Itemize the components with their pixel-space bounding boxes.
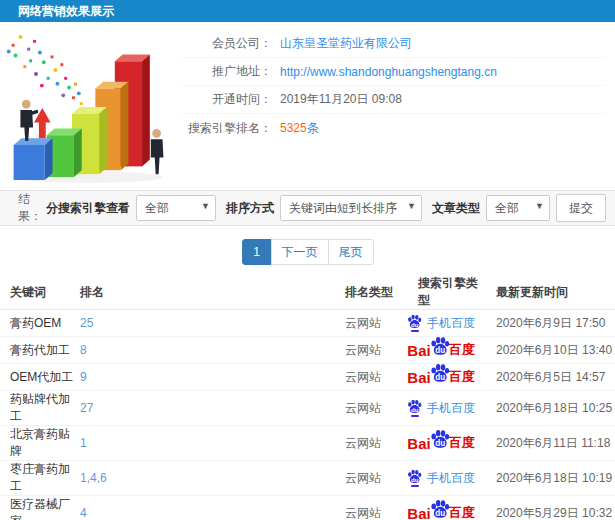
header-rank: 排名 — [80, 275, 330, 310]
cell-updated: 2020年6月10日 13:40 — [482, 337, 615, 364]
info-row-opened: 开通时间： 2019年11月20日 09:08 — [180, 86, 605, 114]
cell-updated: 2020年5月29日 10:32 — [482, 496, 615, 520]
cell-rank-type: 云网站 — [330, 391, 400, 426]
cell-rank[interactable]: 4 — [80, 496, 330, 520]
baidu-paw-icon: du — [407, 314, 422, 332]
cell-engine: Baidu百度 — [400, 426, 482, 461]
cell-keyword: 膏药OEM — [0, 310, 80, 337]
cell-engine: du手机百度 — [400, 461, 482, 496]
info-row-url: 推广地址： http://www.shandonghuangshengtang.… — [180, 58, 605, 86]
title-bar: 网络营销效果展示 — [0, 0, 615, 22]
svg-text:du: du — [435, 373, 445, 382]
article-type-select[interactable]: 全部 — [486, 195, 550, 221]
pagination: 1 下一页 尾页 — [0, 239, 615, 265]
baidu-logo: Baidu百度 — [407, 503, 474, 520]
bar-1 — [14, 138, 53, 180]
engine-filter-select[interactable]: 全部 — [136, 195, 216, 221]
open-time-value: 2019年11月20日 09:08 — [280, 91, 402, 108]
sort-filter-label: 排序方式 — [226, 200, 274, 217]
cell-rank[interactable]: 1 — [80, 426, 330, 461]
cell-keyword: 医疗器械厂家 — [0, 496, 80, 520]
cell-rank[interactable]: 9 — [80, 364, 330, 391]
cell-rank-type: 云网站 — [330, 496, 400, 520]
baidu-logo: Baidu百度 — [407, 367, 474, 387]
rank-count-label: 搜索引擎排名： — [180, 120, 272, 137]
header-keyword: 关键词 — [0, 275, 80, 310]
table-row: 膏药代加工 8 云网站 Baidu百度 2020年6月10日 13:40 — [0, 337, 615, 364]
table-row: 药贴牌代加工 27 云网站 du手机百度 2020年6月18日 10:25 — [0, 391, 615, 426]
cell-rank[interactable]: 8 — [80, 337, 330, 364]
company-name-link[interactable]: 山东皇圣堂药业有限公司 — [280, 35, 412, 52]
company-info-panel: 会员公司： 山东皇圣堂药业有限公司 推广地址： http://www.shand… — [180, 26, 615, 190]
svg-text:du: du — [435, 509, 445, 518]
results-table: 关键词 排名 排名类型 搜索引擎类型 最新更新时间 膏药OEM 25 云网站 d… — [0, 275, 615, 520]
page-next[interactable]: 下一页 — [271, 239, 329, 265]
cell-updated: 2020年6月11日 11:18 — [482, 426, 615, 461]
result-label: 结果： — [18, 191, 42, 225]
sort-filter-select[interactable]: 关键词由短到长排序 — [280, 195, 422, 221]
cell-keyword: OEM代加工 — [0, 364, 80, 391]
cell-updated: 2020年6月18日 10:25 — [482, 391, 615, 426]
cell-rank-type: 云网站 — [330, 310, 400, 337]
cell-engine: du手机百度 — [400, 310, 482, 337]
baidu-paw-icon: du — [407, 399, 422, 417]
filter-bar: 结果： 分搜索引擎查看 全部 ▼ 排序方式 关键词由短到长排序 ▼ 文章类型 全… — [0, 190, 615, 226]
businessman-right — [151, 129, 164, 174]
promo-url-label: 推广地址： — [180, 63, 272, 80]
cell-updated: 2020年6月5日 14:57 — [482, 364, 615, 391]
header-engine: 搜索引擎类型 — [400, 275, 482, 310]
cell-keyword: 枣庄膏药加工 — [0, 461, 80, 496]
svg-text:du: du — [411, 476, 419, 483]
svg-text:du: du — [435, 439, 445, 448]
baidu-logo: Baidu百度 — [407, 340, 474, 360]
header-updated: 最新更新时间 — [482, 275, 615, 310]
bar-chart-clipart-image — [0, 26, 180, 190]
table-header-row: 关键词 排名 排名类型 搜索引擎类型 最新更新时间 — [0, 275, 615, 310]
cell-rank[interactable]: 25 — [80, 310, 330, 337]
cell-engine: du手机百度 — [400, 391, 482, 426]
table-row: 膏药OEM 25 云网站 du手机百度 2020年6月9日 17:50 — [0, 310, 615, 337]
company-label: 会员公司： — [180, 35, 272, 52]
confetti-dots — [7, 35, 89, 118]
cell-rank-type: 云网站 — [330, 364, 400, 391]
mobile-baidu-badge: du手机百度 — [407, 469, 475, 487]
svg-text:du: du — [411, 321, 419, 328]
table-row: 北京膏药贴牌 1 云网站 Baidu百度 2020年6月11日 11:18 — [0, 426, 615, 461]
promo-url-link[interactable]: http://www.shandonghuangshengtang.cn — [280, 65, 497, 79]
submit-button[interactable]: 提交 — [556, 194, 606, 222]
chart-illustration — [0, 26, 180, 190]
cell-rank-type: 云网站 — [330, 337, 400, 364]
info-row-rank-count: 搜索引擎排名： 5325条 — [180, 114, 605, 142]
article-type-label: 文章类型 — [432, 200, 480, 217]
svg-text:du: du — [411, 406, 419, 413]
open-time-label: 开通时间： — [180, 91, 272, 108]
table-body: 膏药OEM 25 云网站 du手机百度 2020年6月9日 17:50 膏药代加… — [0, 310, 615, 520]
baidu-paw-icon: du — [407, 469, 422, 487]
mobile-baidu-badge: du手机百度 — [407, 314, 475, 332]
svg-text:du: du — [435, 346, 445, 355]
rank-count-suffix[interactable]: 条 — [307, 121, 319, 135]
cell-rank-type: 云网站 — [330, 461, 400, 496]
table-row: 枣庄膏药加工 1,4,6 云网站 du手机百度 2020年6月18日 10:19 — [0, 461, 615, 496]
rank-count-value: 5325条 — [280, 120, 319, 137]
cell-updated: 2020年6月9日 17:50 — [482, 310, 615, 337]
engine-filter-label: 分搜索引擎查看 — [46, 200, 130, 217]
cell-updated: 2020年6月18日 10:19 — [482, 461, 615, 496]
cell-keyword: 药贴牌代加工 — [0, 391, 80, 426]
baidu-logo: Baidu百度 — [407, 433, 474, 453]
header-rank-type: 排名类型 — [330, 275, 400, 310]
cell-engine: Baidu百度 — [400, 337, 482, 364]
cell-engine: Baidu百度 — [400, 364, 482, 391]
cell-engine: Baidu百度 — [400, 496, 482, 520]
mobile-baidu-badge: du手机百度 — [407, 399, 475, 417]
cell-rank[interactable]: 1,4,6 — [80, 461, 330, 496]
cell-rank[interactable]: 27 — [80, 391, 330, 426]
page-current[interactable]: 1 — [242, 239, 272, 265]
info-row-company: 会员公司： 山东皇圣堂药业有限公司 — [180, 30, 605, 58]
table-row: OEM代加工 9 云网站 Baidu百度 2020年6月5日 14:57 — [0, 364, 615, 391]
cell-rank-type: 云网站 — [330, 426, 400, 461]
cell-keyword: 膏药代加工 — [0, 337, 80, 364]
filter-controls: 分搜索引擎查看 全部 ▼ 排序方式 关键词由短到长排序 ▼ 文章类型 全部 ▼ … — [42, 194, 606, 222]
page-last[interactable]: 尾页 — [328, 239, 374, 265]
top-section: 会员公司： 山东皇圣堂药业有限公司 推广地址： http://www.shand… — [0, 22, 615, 190]
